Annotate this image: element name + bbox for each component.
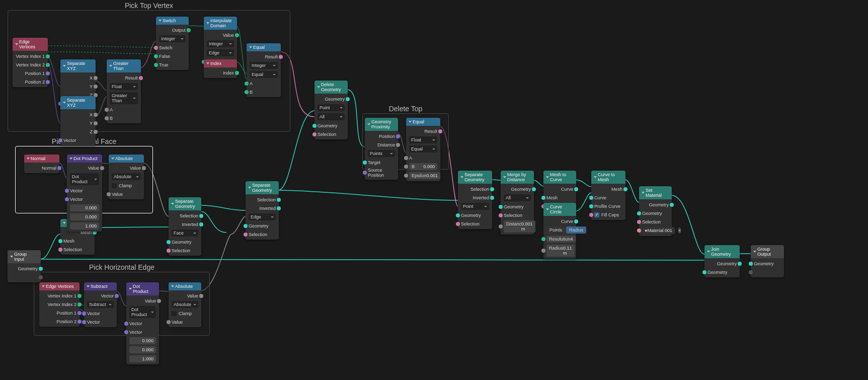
out-pos: Position [379,134,395,139]
in-v1: Vector [70,188,83,193]
node-equal-2[interactable]: Equal Result Float Equal A B0.000 Epsilo… [406,118,440,181]
out-mesh: Mesh [611,187,622,192]
node-title: Greater Than [113,61,138,71]
dd-type[interactable]: Integer [250,62,278,69]
fld-x[interactable]: 0.000 [70,204,99,211]
fld-res[interactable]: Resolution4 [546,236,576,243]
lbl-fill: Fill Caps [601,212,619,217]
node-title: Merge by Distance [507,172,531,182]
dd-type[interactable]: Integer [159,35,186,42]
dd-op[interactable]: Equal [409,145,437,153]
node-delete-geo[interactable]: Delete Geometry Geometry Point All Geome… [314,81,348,139]
dd-op[interactable]: Absolute [172,301,198,308]
node-index[interactable]: Index Index [204,59,237,78]
node-title: Separate Geometry [252,183,276,193]
dd-op[interactable]: Absolute [112,173,141,180]
in-sel: Selection [318,132,336,137]
out-sel: Selection [470,187,489,192]
dd-domain[interactable]: Point [461,203,489,210]
frame-label: Delete Top [389,105,423,113]
node-sep-geo-edge[interactable]: Separate Geometry Selection Inverted Edg… [246,181,279,240]
node-sep-xyz-2[interactable]: Separate XYZ X Y Z Vector [60,96,96,145]
fld-y[interactable]: 0.000 [70,213,99,220]
dd-op[interactable]: Greater Than [110,92,138,104]
node-group-input[interactable]: Group Input Geometry [8,250,41,282]
dd-op[interactable]: Dot Product [129,306,156,318]
in-vec: Vector [63,138,76,143]
out-value: Value [223,33,234,38]
dd-domain[interactable]: Face [172,230,198,237]
in-mesh: Mesh [546,195,558,200]
node-normal[interactable]: Normal Normal [24,155,59,173]
dd-target[interactable]: Points [368,150,395,157]
dd-domain[interactable]: Edge [249,213,276,220]
dd-type[interactable]: Float [110,83,138,90]
out-p2: Position 2 [56,319,76,324]
node-edge-vertices[interactable]: Edge Vertices Vertex Index 1 Vertex Inde… [13,38,48,87]
node-title: Edge Vertices [46,284,74,289]
in-val: Value [172,320,183,325]
node-merge[interactable]: Merge by Distance Geometry All Geometry … [501,171,534,235]
dd-domain[interactable]: Edge [207,49,234,56]
out-vi1: Vertex Index 1 [16,54,45,59]
node-join-geo[interactable]: Join Geometry Geometry Geometry [704,245,740,277]
node-sep-geo-face[interactable]: Separate Geometry Selection Inverted Fac… [169,197,201,256]
fld-x[interactable]: 0.000 [129,337,156,344]
node-abs-1[interactable]: Absolute Value Absolute Clamp Value [109,155,144,199]
cb-clamp[interactable] [112,183,117,188]
fld-y[interactable]: 0.000 [129,346,156,353]
out-geo: Geometry [511,187,531,192]
fld-z[interactable]: 1.000 [129,355,156,362]
btn-clear-mat[interactable]: × [678,227,681,234]
dd-type[interactable]: Float [409,136,437,143]
node-curve-circle[interactable]: Curve Circle Curve PointsRadius Resoluti… [543,203,576,259]
node-subtract[interactable]: Subtract Vector Subtract Vector Vector [84,282,117,327]
dd-type[interactable]: Integer [207,40,234,47]
fld-mat[interactable]: ●Material.001 [642,227,675,234]
in-a: A [409,156,412,161]
node-curve-to-mesh[interactable]: Curve to Mesh Mesh Curve Profile Curve ✓… [591,171,625,220]
node-greater-than[interactable]: Greater Than Result Float Greater Than A… [107,59,141,123]
fld-b[interactable]: B0.000 [409,163,437,170]
btn-points[interactable]: Points [546,226,565,234]
dd-mode[interactable]: All [318,113,345,120]
out-inv: Inverted [472,195,489,200]
in-prof: Profile Curve [594,204,620,209]
node-group-output[interactable]: Group Output Geometry [751,245,784,277]
fld-eps[interactable]: Epsilon0.001 [409,172,440,179]
out-result: Result [424,129,437,134]
btn-radius[interactable]: Radius [566,226,586,234]
node-equal-1[interactable]: Equal Result Integer Equal A B [247,43,281,97]
out-vi2: Vertex Index 2 [16,62,45,67]
in-v1: Vector [129,321,142,326]
dd-domain[interactable]: Point [318,104,345,111]
cb-fillcaps[interactable]: ✓ [594,212,599,217]
node-title: Absolute [175,284,193,289]
in-geo: Geometry [172,240,192,245]
dd-op[interactable]: Dot Product [70,173,99,185]
node-title: Index [210,61,221,66]
dd-mode[interactable]: All [504,194,531,201]
in-geo: Geometry [707,270,728,275]
out-val: Value [187,293,198,298]
node-title: Absolute [115,156,133,161]
fld-dist[interactable]: Distanc0.001 m [504,220,535,233]
out-output: Output [172,28,186,33]
out-sel: Selection [257,197,276,202]
node-set-material[interactable]: Set Material Geometry Geometry Selection… [639,186,672,236]
fld-rad[interactable]: Radius0.11 m [546,245,575,257]
node-edge-vertices-2[interactable]: Edge Vertices Vertex Index 1 Vertex Inde… [39,282,80,327]
node-sep-geo-pt[interactable]: Separate Geometry Selection Inverted Poi… [458,171,492,229]
in-v2: Vector [70,197,83,202]
dd-op[interactable]: Equal [250,71,278,78]
fld-z[interactable]: 1.000 [70,222,99,230]
node-title: Geometry Proximity [371,119,395,129]
node-geo-proximity[interactable]: Geometry Proximity Position Distance Poi… [365,118,398,180]
node-abs-2[interactable]: Absolute Value Absolute Clamp Value [169,282,201,327]
node-switch[interactable]: Switch Output Integer Switch False True [156,17,189,70]
dd-op[interactable]: Subtract [87,301,114,308]
cb-clamp[interactable] [172,311,177,316]
node-dot-1[interactable]: Dot Product Value Dot Product Vector Vec… [67,155,102,232]
in-geo: Geometry [504,204,524,209]
node-dot-2[interactable]: Dot Product Value Dot Product Vector Vec… [126,282,159,364]
